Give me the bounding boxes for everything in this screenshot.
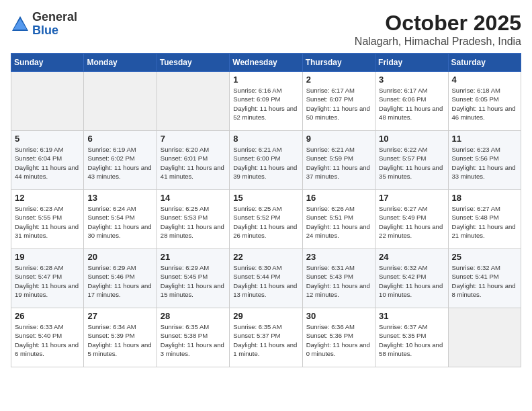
day-number: 9 <box>306 134 371 144</box>
day-number: 10 <box>379 134 444 144</box>
day-number: 28 <box>161 311 226 321</box>
calendar-cell: 20Sunrise: 6:29 AM Sunset: 5:46 PM Dayli… <box>84 249 157 308</box>
calendar-cell: 2Sunrise: 6:17 AM Sunset: 6:07 PM Daylig… <box>302 72 375 131</box>
day-info: Sunrise: 6:27 AM Sunset: 5:48 PM Dayligh… <box>452 204 517 240</box>
calendar-cell <box>448 308 521 367</box>
day-info: Sunrise: 6:18 AM Sunset: 6:05 PM Dayligh… <box>452 86 517 122</box>
week-row-4: 19Sunrise: 6:28 AM Sunset: 5:47 PM Dayli… <box>11 249 521 308</box>
day-info: Sunrise: 6:17 AM Sunset: 6:07 PM Dayligh… <box>306 86 371 122</box>
day-number: 19 <box>15 252 80 262</box>
calendar-cell: 25Sunrise: 6:32 AM Sunset: 5:41 PM Dayli… <box>448 249 521 308</box>
day-info: Sunrise: 6:37 AM Sunset: 5:35 PM Dayligh… <box>379 322 444 358</box>
calendar-cell: 30Sunrise: 6:36 AM Sunset: 5:36 PM Dayli… <box>302 308 375 367</box>
calendar-cell: 23Sunrise: 6:31 AM Sunset: 5:43 PM Dayli… <box>302 249 375 308</box>
day-info: Sunrise: 6:19 AM Sunset: 6:02 PM Dayligh… <box>87 145 152 181</box>
weekday-header-tuesday: Tuesday <box>157 54 229 72</box>
day-number: 12 <box>15 193 80 203</box>
calendar-cell: 13Sunrise: 6:24 AM Sunset: 5:54 PM Dayli… <box>84 190 157 249</box>
day-info: Sunrise: 6:25 AM Sunset: 5:53 PM Dayligh… <box>161 204 226 240</box>
calendar-cell: 1Sunrise: 6:16 AM Sunset: 6:09 PM Daylig… <box>230 72 302 131</box>
calendar-cell: 8Sunrise: 6:21 AM Sunset: 6:00 PM Daylig… <box>230 131 302 190</box>
day-number: 3 <box>379 75 444 85</box>
weekday-header-wednesday: Wednesday <box>230 54 302 72</box>
day-info: Sunrise: 6:28 AM Sunset: 5:47 PM Dayligh… <box>15 263 80 299</box>
day-number: 5 <box>15 134 80 144</box>
calendar-cell <box>157 72 229 131</box>
calendar-cell: 21Sunrise: 6:29 AM Sunset: 5:45 PM Dayli… <box>157 249 229 308</box>
day-number: 20 <box>87 252 152 262</box>
calendar-cell: 29Sunrise: 6:35 AM Sunset: 5:37 PM Dayli… <box>230 308 302 367</box>
calendar-cell <box>11 72 84 131</box>
day-number: 2 <box>306 75 371 85</box>
week-row-3: 12Sunrise: 6:23 AM Sunset: 5:55 PM Dayli… <box>11 190 521 249</box>
day-number: 17 <box>379 193 444 203</box>
calendar-cell: 10Sunrise: 6:22 AM Sunset: 5:57 PM Dayli… <box>375 131 448 190</box>
day-number: 16 <box>306 193 371 203</box>
calendar-cell: 3Sunrise: 6:17 AM Sunset: 6:06 PM Daylig… <box>375 72 448 131</box>
day-number: 29 <box>233 311 298 321</box>
weekday-header-row: SundayMondayTuesdayWednesdayThursdayFrid… <box>11 54 521 72</box>
calendar-cell: 19Sunrise: 6:28 AM Sunset: 5:47 PM Dayli… <box>11 249 84 308</box>
logo: General Blue <box>11 11 77 38</box>
calendar-cell: 27Sunrise: 6:34 AM Sunset: 5:39 PM Dayli… <box>84 308 157 367</box>
week-row-5: 26Sunrise: 6:33 AM Sunset: 5:40 PM Dayli… <box>11 308 521 367</box>
day-number: 8 <box>233 134 298 144</box>
weekday-header-saturday: Saturday <box>448 54 521 72</box>
day-info: Sunrise: 6:16 AM Sunset: 6:09 PM Dayligh… <box>233 86 298 122</box>
calendar-cell: 4Sunrise: 6:18 AM Sunset: 6:05 PM Daylig… <box>448 72 521 131</box>
day-number: 18 <box>452 193 517 203</box>
calendar-cell: 31Sunrise: 6:37 AM Sunset: 5:35 PM Dayli… <box>375 308 448 367</box>
logo-text: General Blue <box>32 11 77 38</box>
calendar-table: SundayMondayTuesdayWednesdayThursdayFrid… <box>11 53 521 367</box>
weekday-header-monday: Monday <box>84 54 157 72</box>
day-info: Sunrise: 6:17 AM Sunset: 6:06 PM Dayligh… <box>379 86 444 122</box>
day-info: Sunrise: 6:29 AM Sunset: 5:45 PM Dayligh… <box>161 263 226 299</box>
day-number: 21 <box>161 252 226 262</box>
calendar-cell: 28Sunrise: 6:35 AM Sunset: 5:38 PM Dayli… <box>157 308 229 367</box>
day-info: Sunrise: 6:20 AM Sunset: 6:01 PM Dayligh… <box>161 145 226 181</box>
calendar-cell: 7Sunrise: 6:20 AM Sunset: 6:01 PM Daylig… <box>157 131 229 190</box>
day-info: Sunrise: 6:35 AM Sunset: 5:37 PM Dayligh… <box>233 322 298 358</box>
page-header: General Blue October 2025 Nalagarh, Hima… <box>11 11 521 48</box>
weekday-header-sunday: Sunday <box>11 54 84 72</box>
day-info: Sunrise: 6:34 AM Sunset: 5:39 PM Dayligh… <box>87 322 152 358</box>
logo-icon <box>11 15 30 34</box>
day-info: Sunrise: 6:27 AM Sunset: 5:49 PM Dayligh… <box>379 204 444 240</box>
day-number: 27 <box>87 311 152 321</box>
calendar-cell: 5Sunrise: 6:19 AM Sunset: 6:04 PM Daylig… <box>11 131 84 190</box>
day-info: Sunrise: 6:26 AM Sunset: 5:51 PM Dayligh… <box>306 204 371 240</box>
calendar-cell: 9Sunrise: 6:21 AM Sunset: 5:59 PM Daylig… <box>302 131 375 190</box>
day-info: Sunrise: 6:32 AM Sunset: 5:42 PM Dayligh… <box>379 263 444 299</box>
calendar-cell <box>84 72 157 131</box>
day-info: Sunrise: 6:21 AM Sunset: 6:00 PM Dayligh… <box>233 145 298 181</box>
day-number: 4 <box>452 75 517 85</box>
title-section: October 2025 Nalagarh, Himachal Pradesh,… <box>355 11 521 48</box>
day-number: 24 <box>379 252 444 262</box>
month-title: October 2025 <box>355 11 521 36</box>
calendar-cell: 12Sunrise: 6:23 AM Sunset: 5:55 PM Dayli… <box>11 190 84 249</box>
calendar-cell: 6Sunrise: 6:19 AM Sunset: 6:02 PM Daylig… <box>84 131 157 190</box>
day-number: 7 <box>161 134 226 144</box>
calendar-cell: 11Sunrise: 6:23 AM Sunset: 5:56 PM Dayli… <box>448 131 521 190</box>
day-info: Sunrise: 6:19 AM Sunset: 6:04 PM Dayligh… <box>15 145 80 181</box>
calendar-cell: 15Sunrise: 6:25 AM Sunset: 5:52 PM Dayli… <box>230 190 302 249</box>
day-info: Sunrise: 6:32 AM Sunset: 5:41 PM Dayligh… <box>452 263 517 299</box>
calendar-cell: 22Sunrise: 6:30 AM Sunset: 5:44 PM Dayli… <box>230 249 302 308</box>
day-number: 23 <box>306 252 371 262</box>
day-number: 13 <box>87 193 152 203</box>
calendar-cell: 14Sunrise: 6:25 AM Sunset: 5:53 PM Dayli… <box>157 190 229 249</box>
calendar-cell: 24Sunrise: 6:32 AM Sunset: 5:42 PM Dayli… <box>375 249 448 308</box>
svg-marker-1 <box>13 19 27 30</box>
day-number: 6 <box>87 134 152 144</box>
day-info: Sunrise: 6:23 AM Sunset: 5:55 PM Dayligh… <box>15 204 80 240</box>
calendar-cell: 17Sunrise: 6:27 AM Sunset: 5:49 PM Dayli… <box>375 190 448 249</box>
day-number: 31 <box>379 311 444 321</box>
location-title: Nalagarh, Himachal Pradesh, India <box>355 36 521 48</box>
week-row-1: 1Sunrise: 6:16 AM Sunset: 6:09 PM Daylig… <box>11 72 521 131</box>
day-number: 15 <box>233 193 298 203</box>
day-number: 1 <box>233 75 298 85</box>
day-info: Sunrise: 6:29 AM Sunset: 5:46 PM Dayligh… <box>87 263 152 299</box>
day-number: 30 <box>306 311 371 321</box>
day-info: Sunrise: 6:24 AM Sunset: 5:54 PM Dayligh… <box>87 204 152 240</box>
day-info: Sunrise: 6:25 AM Sunset: 5:52 PM Dayligh… <box>233 204 298 240</box>
